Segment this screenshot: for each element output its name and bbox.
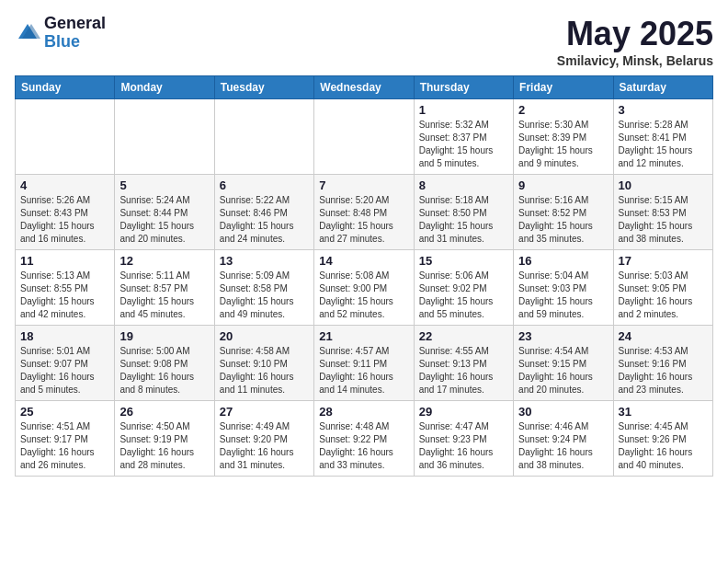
calendar-cell: 11Sunrise: 5:13 AMSunset: 8:55 PMDayligh… bbox=[16, 250, 115, 326]
day-info: Sunrise: 5:20 AMSunset: 8:48 PMDaylight:… bbox=[319, 194, 408, 246]
day-info: Sunrise: 5:15 AMSunset: 8:53 PMDaylight:… bbox=[619, 194, 708, 246]
day-info: Sunrise: 4:45 AMSunset: 9:26 PMDaylight:… bbox=[619, 420, 708, 472]
day-number: 19 bbox=[119, 329, 209, 343]
day-info: Sunrise: 5:06 AMSunset: 9:02 PMDaylight:… bbox=[419, 270, 508, 321]
day-number: 18 bbox=[20, 329, 109, 343]
day-info: Sunrise: 5:11 AMSunset: 8:57 PMDaylight:… bbox=[119, 270, 209, 321]
day-number: 23 bbox=[518, 329, 608, 343]
calendar-cell bbox=[314, 99, 414, 175]
calendar-cell: 22Sunrise: 4:55 AMSunset: 9:13 PMDayligh… bbox=[414, 326, 513, 401]
day-info: Sunrise: 4:49 AMSunset: 9:20 PMDaylight:… bbox=[220, 420, 309, 472]
weekday-header-row: SundayMondayTuesdayWednesdayThursdayFrid… bbox=[16, 76, 713, 99]
day-info: Sunrise: 5:22 AMSunset: 8:46 PMDaylight:… bbox=[220, 194, 309, 246]
day-info: Sunrise: 4:50 AMSunset: 9:19 PMDaylight:… bbox=[119, 420, 209, 472]
day-number: 27 bbox=[220, 405, 309, 419]
day-number: 31 bbox=[619, 405, 708, 419]
calendar-cell: 16Sunrise: 5:04 AMSunset: 9:03 PMDayligh… bbox=[514, 250, 613, 326]
calendar-cell: 15Sunrise: 5:06 AMSunset: 9:02 PMDayligh… bbox=[414, 250, 513, 326]
calendar-cell: 26Sunrise: 4:50 AMSunset: 9:19 PMDayligh… bbox=[115, 401, 214, 477]
day-number: 25 bbox=[20, 405, 109, 419]
day-number: 12 bbox=[119, 254, 209, 268]
calendar-cell: 5Sunrise: 5:24 AMSunset: 8:44 PMDaylight… bbox=[115, 175, 214, 250]
calendar-cell: 10Sunrise: 5:15 AMSunset: 8:53 PMDayligh… bbox=[613, 175, 712, 250]
day-number: 9 bbox=[518, 178, 608, 192]
logo: General Blue bbox=[15, 15, 106, 52]
month-title: May 2025 bbox=[557, 15, 713, 53]
day-number: 8 bbox=[419, 178, 508, 192]
day-info: Sunrise: 5:24 AMSunset: 8:44 PMDaylight:… bbox=[119, 194, 209, 246]
page-header: General Blue May 2025 Smilavicy, Minsk, … bbox=[15, 15, 713, 68]
calendar-cell: 25Sunrise: 4:51 AMSunset: 9:17 PMDayligh… bbox=[16, 401, 115, 477]
calendar-cell: 31Sunrise: 4:45 AMSunset: 9:26 PMDayligh… bbox=[613, 401, 712, 477]
calendar-cell bbox=[115, 99, 214, 175]
day-info: Sunrise: 4:58 AMSunset: 9:10 PMDaylight:… bbox=[220, 345, 309, 396]
day-info: Sunrise: 4:46 AMSunset: 9:24 PMDaylight:… bbox=[518, 420, 608, 472]
day-info: Sunrise: 5:28 AMSunset: 8:41 PMDaylight:… bbox=[619, 119, 708, 170]
day-info: Sunrise: 5:32 AMSunset: 8:37 PMDaylight:… bbox=[419, 119, 508, 170]
weekday-header-wednesday: Wednesday bbox=[314, 76, 414, 99]
day-number: 4 bbox=[20, 178, 109, 192]
weekday-header-monday: Monday bbox=[115, 76, 214, 99]
week-row-2: 4Sunrise: 5:26 AMSunset: 8:43 PMDaylight… bbox=[16, 175, 713, 250]
calendar-cell: 30Sunrise: 4:46 AMSunset: 9:24 PMDayligh… bbox=[514, 401, 613, 477]
calendar-cell: 18Sunrise: 5:01 AMSunset: 9:07 PMDayligh… bbox=[16, 326, 115, 401]
calendar-cell: 23Sunrise: 4:54 AMSunset: 9:15 PMDayligh… bbox=[514, 326, 613, 401]
day-info: Sunrise: 4:57 AMSunset: 9:11 PMDaylight:… bbox=[319, 345, 408, 396]
day-number: 16 bbox=[518, 254, 608, 268]
calendar-cell: 17Sunrise: 5:03 AMSunset: 9:05 PMDayligh… bbox=[613, 250, 712, 326]
logo-text: General Blue bbox=[44, 15, 106, 52]
day-number: 1 bbox=[419, 103, 508, 117]
day-number: 14 bbox=[319, 254, 408, 268]
title-section: May 2025 Smilavicy, Minsk, Belarus bbox=[557, 15, 713, 68]
calendar-cell: 8Sunrise: 5:18 AMSunset: 8:50 PMDaylight… bbox=[414, 175, 513, 250]
calendar-cell: 2Sunrise: 5:30 AMSunset: 8:39 PMDaylight… bbox=[514, 99, 613, 175]
day-info: Sunrise: 5:01 AMSunset: 9:07 PMDaylight:… bbox=[20, 345, 109, 396]
calendar-cell: 21Sunrise: 4:57 AMSunset: 9:11 PMDayligh… bbox=[314, 326, 414, 401]
day-number: 13 bbox=[220, 254, 309, 268]
calendar-cell: 12Sunrise: 5:11 AMSunset: 8:57 PMDayligh… bbox=[115, 250, 214, 326]
day-number: 24 bbox=[619, 329, 708, 343]
day-info: Sunrise: 4:55 AMSunset: 9:13 PMDaylight:… bbox=[419, 345, 508, 396]
calendar-cell: 14Sunrise: 5:08 AMSunset: 9:00 PMDayligh… bbox=[314, 250, 414, 326]
day-number: 6 bbox=[220, 178, 309, 192]
day-info: Sunrise: 5:30 AMSunset: 8:39 PMDaylight:… bbox=[518, 119, 608, 170]
day-number: 28 bbox=[319, 405, 408, 419]
calendar: SundayMondayTuesdayWednesdayThursdayFrid… bbox=[15, 75, 713, 477]
calendar-cell: 3Sunrise: 5:28 AMSunset: 8:41 PMDaylight… bbox=[613, 99, 712, 175]
day-number: 17 bbox=[619, 254, 708, 268]
day-number: 5 bbox=[119, 178, 209, 192]
day-number: 2 bbox=[518, 103, 608, 117]
logo-icon bbox=[15, 20, 40, 46]
day-number: 20 bbox=[220, 329, 309, 343]
day-number: 10 bbox=[619, 178, 708, 192]
calendar-cell bbox=[214, 99, 313, 175]
day-info: Sunrise: 4:53 AMSunset: 9:16 PMDaylight:… bbox=[619, 345, 708, 396]
day-info: Sunrise: 5:26 AMSunset: 8:43 PMDaylight:… bbox=[20, 194, 109, 246]
day-info: Sunrise: 5:00 AMSunset: 9:08 PMDaylight:… bbox=[119, 345, 209, 396]
location: Smilavicy, Minsk, Belarus bbox=[557, 53, 713, 68]
week-row-4: 18Sunrise: 5:01 AMSunset: 9:07 PMDayligh… bbox=[16, 326, 713, 401]
day-number: 15 bbox=[419, 254, 508, 268]
day-info: Sunrise: 4:48 AMSunset: 9:22 PMDaylight:… bbox=[319, 420, 408, 472]
calendar-cell: 1Sunrise: 5:32 AMSunset: 8:37 PMDaylight… bbox=[414, 99, 513, 175]
day-info: Sunrise: 4:47 AMSunset: 9:23 PMDaylight:… bbox=[419, 420, 508, 472]
week-row-5: 25Sunrise: 4:51 AMSunset: 9:17 PMDayligh… bbox=[16, 401, 713, 477]
day-number: 26 bbox=[119, 405, 209, 419]
calendar-cell: 7Sunrise: 5:20 AMSunset: 8:48 PMDaylight… bbox=[314, 175, 414, 250]
weekday-header-tuesday: Tuesday bbox=[214, 76, 313, 99]
day-info: Sunrise: 5:16 AMSunset: 8:52 PMDaylight:… bbox=[518, 194, 608, 246]
day-info: Sunrise: 5:13 AMSunset: 8:55 PMDaylight:… bbox=[20, 270, 109, 321]
day-info: Sunrise: 5:04 AMSunset: 9:03 PMDaylight:… bbox=[518, 270, 608, 321]
day-info: Sunrise: 5:18 AMSunset: 8:50 PMDaylight:… bbox=[419, 194, 508, 246]
calendar-cell: 19Sunrise: 5:00 AMSunset: 9:08 PMDayligh… bbox=[115, 326, 214, 401]
day-info: Sunrise: 4:54 AMSunset: 9:15 PMDaylight:… bbox=[518, 345, 608, 396]
day-info: Sunrise: 5:03 AMSunset: 9:05 PMDaylight:… bbox=[619, 270, 708, 321]
calendar-cell: 6Sunrise: 5:22 AMSunset: 8:46 PMDaylight… bbox=[214, 175, 313, 250]
calendar-cell: 13Sunrise: 5:09 AMSunset: 8:58 PMDayligh… bbox=[214, 250, 313, 326]
day-number: 30 bbox=[518, 405, 608, 419]
day-number: 3 bbox=[619, 103, 708, 117]
day-info: Sunrise: 4:51 AMSunset: 9:17 PMDaylight:… bbox=[20, 420, 109, 472]
week-row-1: 1Sunrise: 5:32 AMSunset: 8:37 PMDaylight… bbox=[16, 99, 713, 175]
logo-blue: Blue bbox=[44, 33, 106, 52]
calendar-cell bbox=[16, 99, 115, 175]
